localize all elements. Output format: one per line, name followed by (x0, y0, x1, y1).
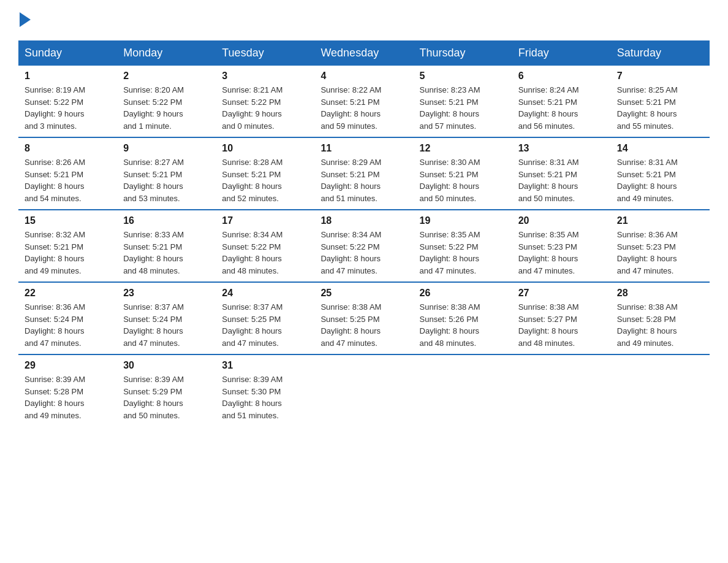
table-row: 23Sunrise: 8:37 AMSunset: 5:24 PMDayligh… (117, 282, 216, 354)
day-number: 28 (617, 288, 703, 299)
table-row: 4Sunrise: 8:22 AMSunset: 5:21 PMDaylight… (314, 66, 413, 137)
day-info: Sunrise: 8:37 AMSunset: 5:24 PMDaylight:… (123, 301, 210, 349)
day-number: 31 (222, 360, 308, 371)
day-number: 23 (123, 288, 210, 299)
day-number: 24 (222, 288, 308, 299)
day-info: Sunrise: 8:36 AMSunset: 5:23 PMDaylight:… (617, 229, 703, 277)
day-number: 18 (320, 215, 407, 226)
table-row: 21Sunrise: 8:36 AMSunset: 5:23 PMDayligh… (611, 210, 710, 282)
table-row: 25Sunrise: 8:38 AMSunset: 5:25 PMDayligh… (314, 282, 413, 354)
day-info: Sunrise: 8:36 AMSunset: 5:24 PMDaylight:… (25, 301, 111, 349)
day-number: 19 (420, 215, 506, 226)
weekday-header-row: Sunday Monday Tuesday Wednesday Thursday… (18, 40, 710, 66)
day-info: Sunrise: 8:21 AMSunset: 5:22 PMDaylight:… (222, 84, 308, 132)
calendar-week-row: 1Sunrise: 8:19 AMSunset: 5:22 PMDaylight… (18, 66, 710, 137)
table-row: 29Sunrise: 8:39 AMSunset: 5:28 PMDayligh… (18, 354, 117, 426)
day-number: 20 (518, 215, 605, 226)
table-row: 19Sunrise: 8:35 AMSunset: 5:22 PMDayligh… (414, 210, 512, 282)
header-sunday: Sunday (18, 40, 117, 66)
table-row: 16Sunrise: 8:33 AMSunset: 5:21 PMDayligh… (117, 210, 216, 282)
header-wednesday: Wednesday (314, 40, 413, 66)
day-info: Sunrise: 8:31 AMSunset: 5:21 PMDaylight:… (518, 156, 605, 204)
day-info: Sunrise: 8:27 AMSunset: 5:21 PMDaylight:… (123, 156, 210, 204)
table-row: 15Sunrise: 8:32 AMSunset: 5:21 PMDayligh… (18, 210, 117, 282)
calendar-week-row: 8Sunrise: 8:26 AMSunset: 5:21 PMDaylight… (18, 137, 710, 210)
table-row: 30Sunrise: 8:39 AMSunset: 5:29 PMDayligh… (117, 354, 216, 426)
day-number: 30 (123, 360, 210, 371)
day-info: Sunrise: 8:34 AMSunset: 5:22 PMDaylight:… (320, 229, 407, 277)
day-info: Sunrise: 8:30 AMSunset: 5:21 PMDaylight:… (420, 156, 506, 204)
table-row: 13Sunrise: 8:31 AMSunset: 5:21 PMDayligh… (512, 137, 611, 210)
day-info: Sunrise: 8:39 AMSunset: 5:29 PMDaylight:… (123, 373, 210, 421)
day-info: Sunrise: 8:33 AMSunset: 5:21 PMDaylight:… (123, 229, 210, 277)
calendar-table: Sunday Monday Tuesday Wednesday Thursday… (18, 40, 710, 426)
day-number: 16 (123, 215, 210, 226)
day-info: Sunrise: 8:39 AMSunset: 5:30 PMDaylight:… (222, 373, 308, 421)
day-number: 10 (222, 143, 308, 154)
header-monday: Monday (117, 40, 216, 66)
day-info: Sunrise: 8:38 AMSunset: 5:27 PMDaylight:… (518, 301, 605, 349)
table-row: 18Sunrise: 8:34 AMSunset: 5:22 PMDayligh… (314, 210, 413, 282)
table-row: 26Sunrise: 8:38 AMSunset: 5:26 PMDayligh… (414, 282, 512, 354)
day-info: Sunrise: 8:31 AMSunset: 5:21 PMDaylight:… (617, 156, 703, 204)
table-row: 5Sunrise: 8:23 AMSunset: 5:21 PMDaylight… (414, 66, 512, 137)
day-info: Sunrise: 8:24 AMSunset: 5:21 PMDaylight:… (518, 84, 605, 132)
header-saturday: Saturday (611, 40, 710, 66)
table-row: 2Sunrise: 8:20 AMSunset: 5:22 PMDaylight… (117, 66, 216, 137)
logo (18, 12, 32, 28)
header-friday: Friday (512, 40, 611, 66)
table-row: 1Sunrise: 8:19 AMSunset: 5:22 PMDaylight… (18, 66, 117, 137)
day-info: Sunrise: 8:20 AMSunset: 5:22 PMDaylight:… (123, 84, 210, 132)
day-number: 15 (25, 215, 111, 226)
table-row: 3Sunrise: 8:21 AMSunset: 5:22 PMDaylight… (216, 66, 314, 137)
table-row (611, 354, 710, 426)
table-row: 20Sunrise: 8:35 AMSunset: 5:23 PMDayligh… (512, 210, 611, 282)
day-number: 8 (25, 143, 111, 154)
day-number: 27 (518, 288, 605, 299)
day-info: Sunrise: 8:25 AMSunset: 5:21 PMDaylight:… (617, 84, 703, 132)
table-row: 11Sunrise: 8:29 AMSunset: 5:21 PMDayligh… (314, 137, 413, 210)
day-info: Sunrise: 8:38 AMSunset: 5:28 PMDaylight:… (617, 301, 703, 349)
calendar-week-row: 15Sunrise: 8:32 AMSunset: 5:21 PMDayligh… (18, 210, 710, 282)
day-info: Sunrise: 8:29 AMSunset: 5:21 PMDaylight:… (320, 156, 407, 204)
table-row: 7Sunrise: 8:25 AMSunset: 5:21 PMDaylight… (611, 66, 710, 137)
day-info: Sunrise: 8:34 AMSunset: 5:22 PMDaylight:… (222, 229, 308, 277)
day-number: 13 (518, 143, 605, 154)
day-number: 22 (25, 288, 111, 299)
day-number: 17 (222, 215, 308, 226)
header-tuesday: Tuesday (216, 40, 314, 66)
table-row (512, 354, 611, 426)
day-number: 3 (222, 71, 308, 82)
table-row: 17Sunrise: 8:34 AMSunset: 5:22 PMDayligh… (216, 210, 314, 282)
day-info: Sunrise: 8:35 AMSunset: 5:22 PMDaylight:… (420, 229, 506, 277)
day-info: Sunrise: 8:23 AMSunset: 5:21 PMDaylight:… (420, 84, 506, 132)
table-row: 6Sunrise: 8:24 AMSunset: 5:21 PMDaylight… (512, 66, 611, 137)
day-number: 1 (25, 71, 111, 82)
day-number: 2 (123, 71, 210, 82)
table-row (414, 354, 512, 426)
day-number: 25 (320, 288, 407, 299)
day-number: 6 (518, 71, 605, 82)
day-number: 21 (617, 215, 703, 226)
table-row: 8Sunrise: 8:26 AMSunset: 5:21 PMDaylight… (18, 137, 117, 210)
day-info: Sunrise: 8:39 AMSunset: 5:28 PMDaylight:… (25, 373, 111, 421)
table-row: 22Sunrise: 8:36 AMSunset: 5:24 PMDayligh… (18, 282, 117, 354)
day-info: Sunrise: 8:19 AMSunset: 5:22 PMDaylight:… (25, 84, 111, 132)
calendar-week-row: 29Sunrise: 8:39 AMSunset: 5:28 PMDayligh… (18, 354, 710, 426)
logo-arrow-icon (20, 12, 31, 27)
day-info: Sunrise: 8:22 AMSunset: 5:21 PMDaylight:… (320, 84, 407, 132)
day-info: Sunrise: 8:37 AMSunset: 5:25 PMDaylight:… (222, 301, 308, 349)
day-info: Sunrise: 8:35 AMSunset: 5:23 PMDaylight:… (518, 229, 605, 277)
day-info: Sunrise: 8:26 AMSunset: 5:21 PMDaylight:… (25, 156, 111, 204)
day-info: Sunrise: 8:38 AMSunset: 5:26 PMDaylight:… (420, 301, 506, 349)
table-row: 9Sunrise: 8:27 AMSunset: 5:21 PMDaylight… (117, 137, 216, 210)
table-row: 24Sunrise: 8:37 AMSunset: 5:25 PMDayligh… (216, 282, 314, 354)
table-row: 12Sunrise: 8:30 AMSunset: 5:21 PMDayligh… (414, 137, 512, 210)
day-info: Sunrise: 8:38 AMSunset: 5:25 PMDaylight:… (320, 301, 407, 349)
day-number: 26 (420, 288, 506, 299)
day-number: 9 (123, 143, 210, 154)
day-info: Sunrise: 8:32 AMSunset: 5:21 PMDaylight:… (25, 229, 111, 277)
page-header (18, 12, 710, 28)
day-info: Sunrise: 8:28 AMSunset: 5:21 PMDaylight:… (222, 156, 308, 204)
day-number: 12 (420, 143, 506, 154)
